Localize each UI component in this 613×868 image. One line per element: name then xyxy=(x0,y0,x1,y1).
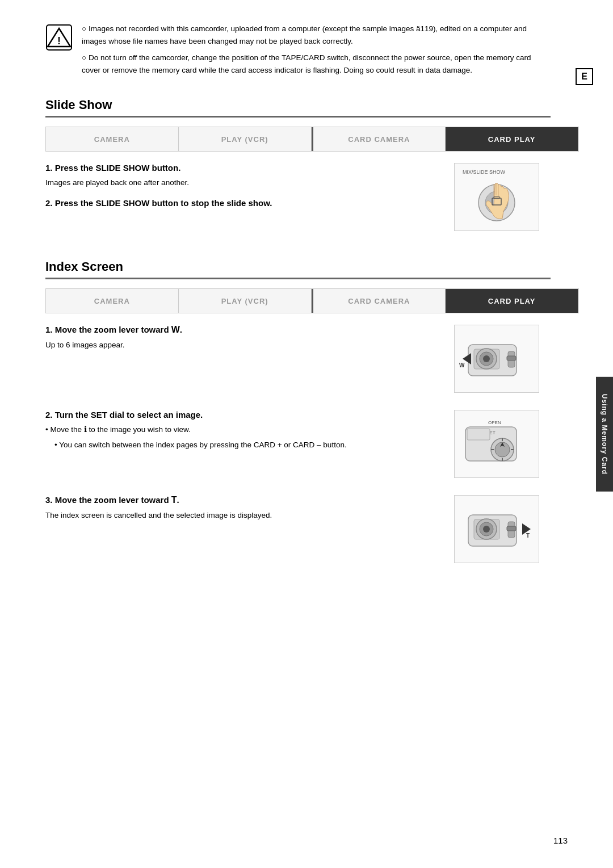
set-dial-svg: OPEN SET xyxy=(457,413,536,475)
index-step2-bullet2: You can switch between the index pages b… xyxy=(54,439,443,451)
index-screen-mode-bar: CAMERA PLAY (VCR) CARD CAMERA CARD PLAY xyxy=(45,288,579,313)
mode-camera: CAMERA xyxy=(46,127,179,151)
svg-text:!: ! xyxy=(57,35,61,47)
mode-play-vcr: PLAY (VCR) xyxy=(179,127,312,151)
svg-rect-19 xyxy=(507,356,516,360)
slide-show-image: MIX/SLIDE SHOW xyxy=(454,163,539,231)
index-step2-bullet1: Move the ℹ to the image you wish to view… xyxy=(45,424,443,435)
slide-show-text: 1. Press the SLIDE SHOW button. Images a… xyxy=(45,163,443,212)
index-step3-text: 3. Move the zoom lever toward T. The ind… xyxy=(45,495,443,530)
svg-text:T: T xyxy=(526,532,530,539)
e-label: E xyxy=(576,68,593,85)
index-step3-row: 3. Move the zoom lever toward T. The ind… xyxy=(45,495,551,569)
slide-show-svg: MIX/SLIDE SHOW xyxy=(457,166,536,228)
warning-item-2: Do not turn off the camcorder, change th… xyxy=(82,52,545,76)
side-label: Using a Memory Card xyxy=(596,376,613,491)
svg-rect-29 xyxy=(467,429,490,440)
mode-card-camera: CARD CAMERA xyxy=(312,127,446,151)
index-step3-image-col: T xyxy=(454,495,551,569)
svg-point-15 xyxy=(483,355,490,362)
index-mode-camera: CAMERA xyxy=(46,289,179,313)
slide-show-step2-heading: 2. Press the SLIDE SHOW button to stop t… xyxy=(45,198,443,208)
slide-show-heading: Slide Show xyxy=(45,98,551,118)
slide-show-content: 1. Press the SLIDE SHOW button. Images a… xyxy=(45,163,551,237)
index-step2-row: 2. Turn the SET dial to select an image.… xyxy=(45,410,551,484)
slide-show-image-col: MIX/SLIDE SHOW xyxy=(454,163,551,237)
index-screen-section: Index Screen CAMERA PLAY (VCR) CARD CAME… xyxy=(45,259,579,569)
svg-text:OPEN: OPEN xyxy=(488,420,501,425)
index-step2-text: 2. Turn the SET dial to select an image.… xyxy=(45,410,443,454)
w-letter: W xyxy=(171,325,180,334)
svg-rect-38 xyxy=(507,526,516,531)
index-step1-row: 1. Move the zoom lever toward W. Up to 6… xyxy=(45,325,551,399)
index-step2-image-col: OPEN SET xyxy=(454,410,551,484)
slide-show-mode-bar: CAMERA PLAY (VCR) CARD CAMERA CARD PLAY xyxy=(45,127,579,152)
zoom-w-svg: W xyxy=(457,328,536,390)
page-number: 113 xyxy=(553,836,568,845)
warning-icon: ! xyxy=(45,24,73,51)
index-step3-desc: The index screen is cancelled and the se… xyxy=(45,510,443,521)
index-step2-heading: 2. Turn the SET dial to select an image. xyxy=(45,410,443,420)
index-step1-image: W xyxy=(454,325,539,393)
index-step1-image-col: W xyxy=(454,325,551,399)
index-step1-heading: 1. Move the zoom lever toward W. xyxy=(45,325,443,335)
svg-point-34 xyxy=(483,526,490,532)
slide-show-step1-heading: 1. Press the SLIDE SHOW button. xyxy=(45,163,443,173)
index-screen-heading: Index Screen xyxy=(45,259,551,279)
mode-card-play: CARD PLAY xyxy=(446,127,578,151)
warning-text: Images not recorded with this camcorder,… xyxy=(82,23,545,81)
index-mode-card-play: CARD PLAY xyxy=(446,289,578,313)
index-step3-image: T xyxy=(454,495,539,563)
slide-show-section: Slide Show CAMERA PLAY (VCR) CARD CAMERA… xyxy=(45,98,579,237)
index-mode-card-camera: CARD CAMERA xyxy=(312,289,446,313)
index-step1-desc: Up to 6 images appear. xyxy=(45,339,443,351)
svg-text:MIX/SLIDE SHOW: MIX/SLIDE SHOW xyxy=(463,169,506,175)
page: E Using a Memory Card ! Images not recor… xyxy=(0,0,613,868)
index-step1-text: 1. Move the zoom lever toward W. Up to 6… xyxy=(45,325,443,360)
index-mode-play-vcr: PLAY (VCR) xyxy=(179,289,312,313)
index-step2-image: OPEN SET xyxy=(454,410,539,478)
warning-section: ! Images not recorded with this camcorde… xyxy=(45,23,579,81)
slide-show-step1-desc: Images are played back one after another… xyxy=(45,177,443,188)
zoom-t-svg: T xyxy=(457,498,536,560)
warning-item-1: Images not recorded with this camcorder,… xyxy=(82,23,545,47)
svg-text:W: W xyxy=(459,362,465,368)
t-letter: T xyxy=(171,495,177,505)
index-step3-heading: 3. Move the zoom lever toward T. xyxy=(45,495,443,505)
